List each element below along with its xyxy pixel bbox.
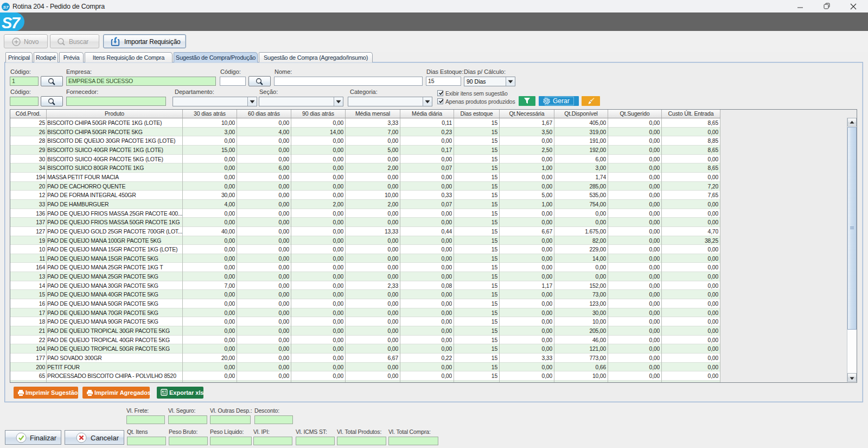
svg-text:S7: S7 — [2, 14, 21, 31]
